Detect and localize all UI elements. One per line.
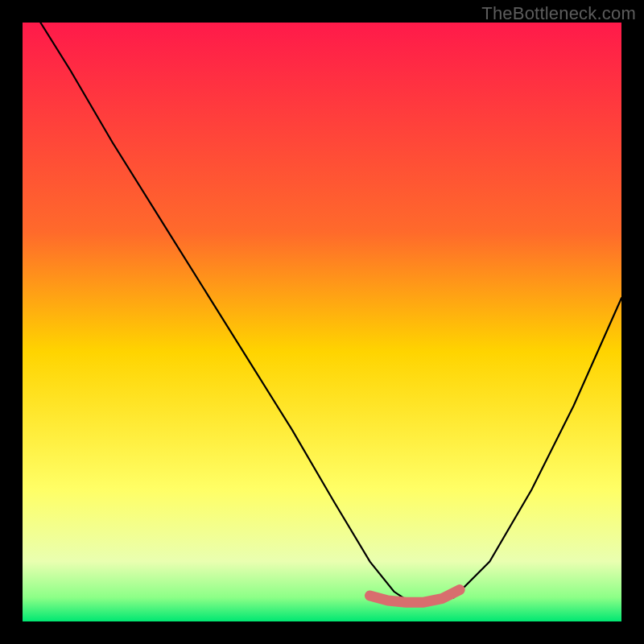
chart-svg bbox=[23, 23, 621, 621]
plot-area bbox=[23, 23, 621, 621]
chart-frame: TheBottleneck.com bbox=[0, 0, 644, 644]
watermark-text: TheBottleneck.com bbox=[481, 3, 636, 24]
chart-background bbox=[23, 23, 621, 621]
